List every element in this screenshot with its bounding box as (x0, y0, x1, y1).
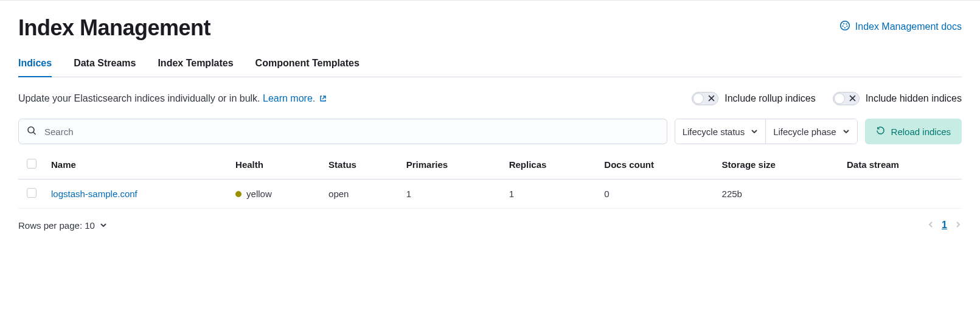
docs-cell: 0 (597, 179, 714, 209)
status-cell: open (321, 179, 399, 209)
col-status[interactable]: Status (321, 150, 399, 179)
search-input[interactable] (18, 119, 667, 144)
index-table: Name Health Status Primaries Replicas Do… (18, 150, 962, 209)
rows-per-page[interactable]: Rows per page: 10 (18, 220, 107, 231)
col-datastream[interactable]: Data stream (839, 150, 962, 179)
chevron-down-icon (100, 220, 107, 231)
replicas-cell: 1 (502, 179, 597, 209)
reload-button[interactable]: Reload indices (865, 119, 962, 144)
search-box (18, 119, 667, 144)
refresh-icon (876, 126, 885, 137)
toggle-rollup[interactable] (692, 92, 718, 105)
storage-cell: 225b (715, 179, 839, 209)
filter-lifecycle-status-label: Lifecycle status (683, 127, 745, 137)
tab-index-templates[interactable]: Index Templates (158, 58, 233, 77)
col-storage[interactable]: Storage size (715, 150, 839, 179)
row-checkbox[interactable] (27, 188, 36, 198)
col-primaries[interactable]: Primaries (399, 150, 502, 179)
pagination: 1 (927, 220, 962, 231)
select-all-checkbox[interactable] (27, 159, 36, 169)
toggle-rollup-label: Include rollup indices (725, 93, 815, 104)
filter-lifecycle-phase-label: Lifecycle phase (773, 127, 836, 137)
external-link-icon (319, 94, 327, 104)
health-label: yellow (246, 189, 272, 199)
svg-point-2 (28, 127, 34, 133)
filter-lifecycle-status[interactable]: Lifecycle status (675, 119, 766, 144)
primaries-cell: 1 (399, 179, 502, 209)
prev-page[interactable] (927, 220, 934, 231)
tab-component-templates[interactable]: Component Templates (255, 58, 360, 77)
toggle-hidden[interactable] (833, 92, 860, 105)
col-docs[interactable]: Docs count (597, 150, 714, 179)
tab-data-streams[interactable]: Data Streams (74, 58, 136, 77)
filter-lifecycle-phase[interactable]: Lifecycle phase (765, 119, 857, 144)
x-icon (849, 93, 856, 104)
help-icon (839, 20, 850, 33)
rows-per-page-label: Rows per page: 10 (18, 220, 95, 231)
datastream-cell (839, 179, 962, 209)
svg-point-1 (843, 23, 847, 27)
col-replicas[interactable]: Replicas (502, 150, 597, 179)
tabs: Indices Data Streams Index Templates Com… (18, 58, 962, 77)
docs-link-label: Index Management docs (855, 21, 962, 32)
toggle-hidden-label: Include hidden indices (866, 93, 962, 104)
search-icon (27, 126, 36, 138)
learn-more-label: Learn more. (263, 93, 315, 103)
index-link[interactable]: logstash-sample.conf (51, 189, 137, 199)
next-page[interactable] (954, 220, 962, 231)
page-number[interactable]: 1 (942, 220, 947, 231)
col-name[interactable]: Name (44, 150, 228, 179)
page-title: Index Management (18, 15, 210, 41)
reload-label: Reload indices (891, 127, 951, 137)
tab-indices[interactable]: Indices (18, 58, 52, 77)
table-row: logstash-sample.conf yellow open 1 1 0 2… (18, 179, 962, 209)
col-health[interactable]: Health (228, 150, 321, 179)
x-icon (708, 93, 715, 104)
subhead-body: Update your Elasticsearch indices indivi… (18, 93, 263, 103)
health-dot-icon (235, 191, 242, 197)
chevron-down-icon (843, 127, 850, 137)
subhead-text: Update your Elasticsearch indices indivi… (18, 93, 327, 105)
docs-link[interactable]: Index Management docs (839, 15, 962, 33)
svg-point-0 (840, 21, 849, 30)
chevron-down-icon (751, 127, 758, 137)
learn-more-link[interactable]: Learn more. (263, 93, 327, 103)
